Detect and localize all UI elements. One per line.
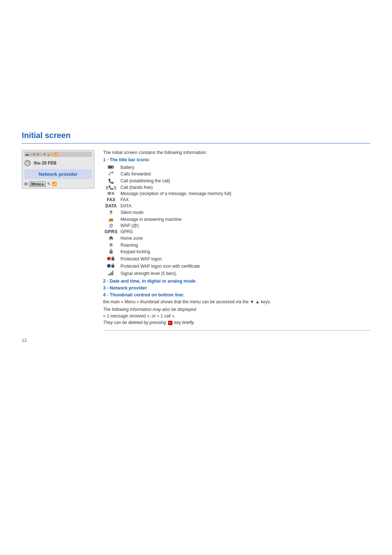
icon-row-home: Home zone: [103, 235, 370, 242]
content-area: ▬ ★ ☏ ✦ ✶ ✶ 🔒 ⊕ 📶: [22, 150, 370, 331]
protected-wap-cert-icon: [107, 263, 115, 268]
home-label: Home zone: [119, 235, 370, 242]
icon-row-wap: @ WAP (@): [103, 222, 370, 228]
svg-marker-7: [110, 210, 113, 212]
svg-line-2: [28, 163, 29, 163]
clock-svg: [25, 161, 30, 166]
wap-logon-icon: [107, 257, 115, 262]
roaming-icon: R: [110, 243, 113, 248]
call-label: Call (establishing the call): [119, 178, 370, 184]
icon-row-gprs: GPRS GPRS: [103, 228, 370, 235]
page-title: Initial screen: [22, 131, 370, 140]
italic3-pre: They can be deleted by pressing: [103, 320, 166, 325]
svg-point-13: [111, 252, 111, 252]
icon-row-roaming: R Roaming: [103, 242, 370, 248]
keypad-icon-cell: [103, 248, 119, 255]
answering-label: Message in answering machine: [119, 216, 370, 222]
section4-italic2: « 1 message received »; or « 1 call ».: [103, 313, 370, 319]
keypad-lock-icon: [108, 249, 114, 254]
tb-icon-8: ⊕: [51, 153, 54, 156]
home-icon-cell: [103, 235, 119, 242]
phone-screen: ▬ ★ ☏ ✦ ✶ ✶ 🔒 ⊕ 📶: [22, 150, 94, 189]
icon-row-data: DATA DATA: [103, 203, 370, 209]
silent-icon-cell: [103, 209, 119, 216]
svg-marker-6: [112, 171, 113, 174]
tb-icon-1: ▬: [25, 153, 29, 156]
wap-cert-icon-cell: [103, 263, 119, 270]
svg-marker-9: [109, 236, 114, 238]
icon-row-call: 📞 Call (establishing the call): [103, 178, 370, 184]
signal-icon-cell: [103, 270, 119, 277]
page-wrapper: Initial screen ▬ ★ ☏ ✦ ✶ ✶ 🔒 ⊕ 📶: [0, 0, 392, 555]
tb-icon-9: 📶: [54, 153, 58, 156]
gprs-icon-cell: GPRS: [103, 228, 119, 235]
data-label: DATA: [119, 203, 370, 209]
icon-row-signal: Signal strength level (5 bars).: [103, 270, 370, 277]
tb-icon-4: ✦: [37, 153, 40, 156]
protected-wap-icon: [107, 256, 115, 261]
section2-heading: 2 - Date and time, in digital or analog …: [103, 279, 370, 284]
svg-rect-20: [110, 273, 111, 275]
title-bar-icons: ▬ ★ ☏ ✦ ✶ ✶ 🔒 ⊕ 📶: [25, 153, 58, 156]
calls-forwarded-label: Calls forwarded: [119, 170, 370, 178]
icon-row-wap-logon: Protected WAP logon: [103, 255, 370, 263]
svg-rect-21: [111, 272, 112, 275]
wap-cert-icon: [107, 264, 115, 270]
section4-italic3: They can be deleted by pressing C key br…: [103, 319, 370, 326]
message-icon-cell: ✉✕: [103, 190, 119, 197]
italic3-icon: C: [168, 321, 172, 325]
wap-logon-icon-cell: [103, 255, 119, 263]
svg-rect-15: [111, 258, 114, 260]
message-label: Message (reception of a message, message…: [119, 190, 370, 197]
svg-rect-19: [109, 274, 110, 275]
handsfree-icon: ((📞)): [106, 185, 117, 190]
tb-icon-5: ✶: [40, 153, 43, 156]
section4-heading: 4 - Thumbnail centred on bottom line:: [103, 292, 370, 297]
network-provider-display: Network provider: [24, 169, 92, 179]
phone-title-bar: ▬ ★ ☏ ✦ ✶ ✶ 🔒 ⊕ 📶: [24, 152, 92, 157]
icons-table: Battery Calls forwarded 📞: [103, 164, 370, 277]
svg-rect-5: [108, 166, 113, 168]
phone-bottom-bar: ⊞ Menu ▸ ✎ 📶: [24, 181, 92, 187]
icon-row-silent: Silent mode: [103, 209, 370, 216]
icon-row-fax: FAX FAX: [103, 197, 370, 203]
wap-label: WAP (@): [119, 222, 370, 228]
clock-icon: [24, 160, 31, 166]
wap-icon: @: [109, 223, 113, 228]
signal-strength-icon: [108, 271, 114, 275]
gprs-label: GPRS: [119, 228, 370, 235]
phone-date-row: thu 20 FEB: [24, 158, 92, 168]
wap-cert-label: Protected WAP logon icon with certificat…: [119, 263, 370, 270]
handsfree-label: Call (hands free): [119, 184, 370, 190]
section3-heading: 3 - Network provider: [103, 285, 370, 291]
battery-icon: [108, 165, 114, 169]
handsfree-icon-cell: ((📞)): [103, 184, 119, 190]
svg-rect-17: [111, 265, 114, 268]
tb-icon-7: 🔒: [46, 153, 50, 156]
section4-italic1: The following information may also be di…: [103, 306, 370, 313]
roaming-label: Roaming: [119, 242, 370, 248]
phone-date: thu 20 FEB: [34, 161, 57, 166]
phone-panel: ▬ ★ ☏ ✦ ✶ ✶ 🔒 ⊕ 📶: [22, 150, 94, 331]
svg-point-14: [107, 257, 111, 260]
roaming-icon-cell: R: [103, 242, 119, 248]
data-icon-cell: DATA: [103, 203, 119, 209]
calls-forward-icon-cell: [103, 170, 119, 178]
section-divider: [22, 143, 370, 143]
icon-row-answering: 📻 Message in answering machine: [103, 216, 370, 222]
answering-icon-cell: 📻: [103, 216, 119, 222]
wap-icon-cell: @: [103, 222, 119, 228]
page-number: 12: [22, 338, 370, 343]
icon-row-handsfree: ((📞)) Call (hands free): [103, 184, 370, 190]
answering-icon: 📻: [109, 217, 114, 222]
battery-label: Battery: [119, 164, 370, 170]
signal-label: Signal strength level (5 bars).: [119, 270, 370, 277]
svg-rect-22: [113, 271, 113, 275]
icon-row-message: ✉✕ Message (reception of a message, mess…: [103, 190, 370, 197]
svg-rect-11: [110, 239, 112, 240]
call-icon: 📞: [108, 178, 114, 184]
calls-forward-icon: [108, 171, 114, 176]
tb-icon-2: ★: [29, 153, 32, 156]
menu-button[interactable]: Menu ▸: [29, 181, 46, 187]
keypad-label: Keypad locking: [119, 248, 370, 255]
